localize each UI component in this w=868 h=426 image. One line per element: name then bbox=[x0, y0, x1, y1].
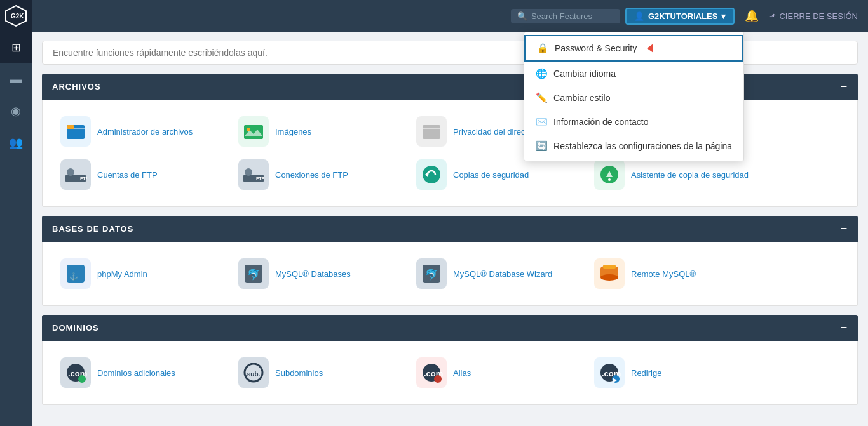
dropdown-item-change-style[interactable]: ✏️ Cambiar estilo bbox=[524, 86, 743, 110]
mysql-wizard-label: MySQL® Database Wizard bbox=[453, 269, 552, 279]
backup-wizard-icon bbox=[594, 159, 625, 190]
logo: G2K bbox=[0, 0, 32, 32]
palette-icon: ◉ bbox=[11, 104, 21, 118]
collapse-dominios-button[interactable]: − bbox=[840, 321, 848, 335]
list-item[interactable]: Imágenes bbox=[231, 110, 409, 153]
section-title-archivos: ARCHIVOS bbox=[52, 82, 101, 91]
svg-text:🐬: 🐬 bbox=[425, 269, 438, 281]
topbar: 🔍 👤 G2KTUTORIALES ▾ 🔔 ⬏ CIERRE DE SESIÓN… bbox=[32, 0, 868, 32]
dominios-grid: .com+ Dominios adicionales .sub. Subdomi… bbox=[53, 351, 847, 394]
ftp-accounts-icon: FTP bbox=[60, 159, 91, 190]
user-dropdown-menu: 🔒 Password & Security 🌐 Cambiar idioma ✏… bbox=[524, 32, 744, 161]
collapse-bases-button[interactable]: − bbox=[840, 222, 848, 236]
grid-icon: ⊞ bbox=[11, 41, 21, 55]
addon-domains-label: Dominios adicionales bbox=[97, 368, 175, 378]
language-icon: 🌐 bbox=[536, 68, 547, 79]
section-body-bases-de-datos: ⚓ phpMy Admin 🐬 MySQL® Databases 🐬 bbox=[42, 242, 858, 306]
dropdown-label-contact-info: Información de contacto bbox=[553, 117, 648, 127]
images-icon bbox=[238, 116, 269, 147]
username-label: G2KTUTORIALES bbox=[648, 11, 718, 21]
style-icon: ✏️ bbox=[536, 92, 547, 103]
sidebar-item-theme[interactable]: ◉ bbox=[0, 95, 32, 127]
logout-icon: ⬏ bbox=[769, 11, 776, 21]
list-item[interactable]: 🐬 MySQL® Database Wizard bbox=[409, 252, 587, 295]
arrow-indicator bbox=[647, 44, 653, 53]
search-bar[interactable]: 🔍 bbox=[511, 9, 620, 23]
list-item[interactable]: FTP Conexiones de FTP bbox=[231, 153, 409, 196]
chart-icon: ▬ bbox=[10, 73, 22, 86]
list-item[interactable]: .sub. Subdominios bbox=[231, 351, 409, 394]
images-label: Imágenes bbox=[275, 127, 311, 136]
list-item[interactable]: Remote MySQL® bbox=[587, 252, 764, 295]
svg-rect-8 bbox=[423, 125, 440, 139]
section-title-bases-de-datos: BASES DE DATOS bbox=[52, 224, 133, 234]
dir-privacy-icon bbox=[416, 116, 447, 147]
list-item[interactable]: FTP Cuentas de FTP bbox=[53, 153, 231, 196]
svg-point-14 bbox=[67, 168, 74, 176]
backup-wizard-label: Asistente de copia de seguridad bbox=[631, 170, 749, 180]
file-manager-label: Administrador de archivos bbox=[97, 127, 193, 136]
phpmyadmin-label: phpMy Admin bbox=[97, 269, 147, 279]
subdomains-label: Subdominios bbox=[275, 368, 323, 378]
phpmyadmin-icon: ⚓ bbox=[60, 258, 91, 289]
user-icon: 👤 bbox=[634, 11, 644, 21]
backups-label: Copias de seguridad bbox=[453, 170, 529, 180]
logout-button[interactable]: ⬏ CIERRE DE SESIÓN bbox=[769, 11, 858, 21]
redirects-label: Redirige bbox=[631, 368, 661, 378]
file-manager-icon bbox=[60, 116, 91, 147]
section-header-bases-de-datos: BASES DE DATOS − bbox=[42, 216, 858, 242]
addon-domains-icon: .com+ bbox=[60, 357, 91, 388]
svg-rect-4 bbox=[67, 125, 74, 129]
subdomains-icon: .sub. bbox=[238, 357, 269, 388]
users-icon: 👥 bbox=[9, 136, 23, 150]
list-item[interactable]: ⚓ phpMy Admin bbox=[53, 252, 231, 295]
remote-mysql-icon bbox=[594, 258, 625, 289]
section-header-dominios: DOMINIOS − bbox=[42, 315, 858, 341]
dropdown-label-reset-page: Restablezca las configuraciones de la pá… bbox=[553, 141, 732, 151]
search-input[interactable] bbox=[531, 11, 614, 21]
sidebar-item-users[interactable]: 👥 bbox=[0, 127, 32, 159]
dropdown-item-change-language[interactable]: 🌐 Cambiar idioma bbox=[524, 62, 743, 86]
lock-icon: 🔒 bbox=[537, 43, 548, 54]
svg-point-7 bbox=[247, 128, 250, 131]
reset-icon: 🔄 bbox=[536, 140, 547, 152]
aliases-label: Alias bbox=[453, 368, 471, 378]
bases-grid: ⚓ phpMy Admin 🐬 MySQL® Databases 🐬 bbox=[53, 252, 847, 295]
logout-label: CIERRE DE SESIÓN bbox=[779, 11, 858, 21]
svg-text:G2K: G2K bbox=[11, 13, 24, 20]
svg-point-17 bbox=[245, 168, 252, 176]
list-item[interactable]: 🐬 MySQL® Databases bbox=[231, 252, 409, 295]
svg-text:🐬: 🐬 bbox=[247, 269, 260, 281]
dropdown-label-password-security: Password & Security bbox=[555, 43, 637, 53]
main-area: 🔍 👤 G2KTUTORIALES ▾ 🔔 ⬏ CIERRE DE SESIÓN… bbox=[32, 0, 868, 426]
section-body-dominios: .com+ Dominios adicionales .sub. Subdomi… bbox=[42, 341, 858, 405]
collapse-archivos-button[interactable]: − bbox=[840, 80, 848, 93]
section-title-dominios: DOMINIOS bbox=[52, 323, 99, 333]
svg-text:−: − bbox=[435, 377, 438, 383]
svg-text:+: + bbox=[79, 377, 83, 383]
svg-rect-32 bbox=[603, 265, 616, 269]
section-dominios: DOMINIOS − .com+ Dominios adicionales .s… bbox=[42, 315, 858, 405]
sidebar-item-dashboard[interactable]: ⊞ bbox=[0, 32, 32, 63]
redirects-icon: .com▶ bbox=[594, 357, 625, 388]
ftp-connections-label: Conexiones de FTP bbox=[275, 170, 348, 180]
list-item[interactable]: .com− Alias bbox=[409, 351, 587, 394]
notifications-button[interactable]: 🔔 bbox=[740, 6, 764, 25]
dropdown-item-reset-page[interactable]: 🔄 Restablezca las configuraciones de la … bbox=[524, 134, 743, 158]
svg-rect-9 bbox=[423, 128, 440, 129]
list-item[interactable]: .com+ Dominios adicionales bbox=[53, 351, 231, 394]
svg-text:⚓: ⚓ bbox=[69, 272, 78, 281]
list-item[interactable]: .com▶ Redirige bbox=[587, 351, 764, 394]
remote-mysql-label: Remote MySQL® bbox=[631, 269, 696, 279]
search-icon: 🔍 bbox=[517, 11, 527, 21]
svg-point-31 bbox=[600, 274, 618, 281]
list-item[interactable]: Administrador de archivos bbox=[53, 110, 231, 153]
dropdown-item-password-security[interactable]: 🔒 Password & Security bbox=[524, 35, 743, 62]
mysql-db-icon: 🐬 bbox=[238, 258, 269, 289]
svg-text:▶: ▶ bbox=[613, 377, 618, 383]
email-icon: ✉️ bbox=[536, 116, 547, 128]
sidebar-item-stats[interactable]: ▬ bbox=[0, 63, 32, 95]
aliases-icon: .com− bbox=[416, 357, 447, 388]
dropdown-item-contact-info[interactable]: ✉️ Información de contacto bbox=[524, 110, 743, 134]
user-menu-button[interactable]: 👤 G2KTUTORIALES ▾ bbox=[625, 8, 735, 25]
